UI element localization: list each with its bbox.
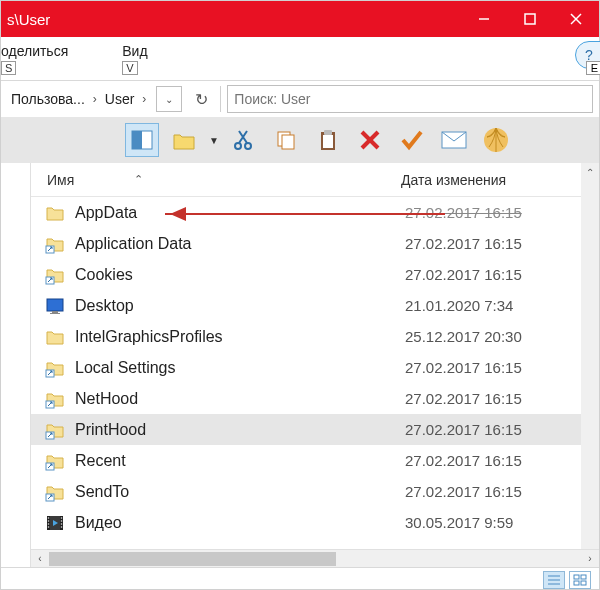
column-header-name[interactable]: Имя ⌃ <box>31 172 401 188</box>
sort-chevron-icon: ⌃ <box>134 173 143 186</box>
file-date: 21.01.2020 7:34 <box>405 297 599 314</box>
file-row[interactable]: Local Settings 27.02.2017 16:15 <box>31 352 599 383</box>
breadcrumb-item[interactable]: User <box>101 91 139 107</box>
address-dropdown[interactable]: ⌄ <box>156 86 182 112</box>
toolbar: ▼ <box>1 117 599 163</box>
divider <box>220 86 221 112</box>
svg-rect-44 <box>581 581 586 585</box>
titlebar: s\User <box>1 1 599 37</box>
shortcut-icon <box>45 265 65 285</box>
file-name: Видео <box>75 514 405 532</box>
search-box[interactable] <box>227 85 593 113</box>
preview-pane-button[interactable] <box>125 123 159 157</box>
file-row[interactable]: PrintHood 27.02.2017 16:15 <box>31 414 599 445</box>
tree-pane[interactable] <box>1 163 31 567</box>
svg-point-30 <box>48 517 50 519</box>
chevron-right-icon[interactable]: › <box>89 92 101 106</box>
column-header-label: Имя <box>47 172 74 188</box>
copy-button[interactable] <box>269 123 303 157</box>
scroll-track[interactable] <box>49 550 581 568</box>
file-name: PrintHood <box>75 421 405 439</box>
shell-button[interactable] <box>479 123 513 157</box>
shortcut-icon <box>45 234 65 254</box>
close-button[interactable] <box>553 1 599 37</box>
shortcut-icon <box>45 389 65 409</box>
address-row: Пользова... › User › ⌄ ↻ <box>1 81 599 117</box>
scroll-right-icon[interactable]: › <box>581 550 599 568</box>
chevron-right-icon[interactable]: › <box>138 92 150 106</box>
annotation-arrow <box>165 213 445 215</box>
refresh-button[interactable]: ↻ <box>188 86 214 112</box>
svg-point-35 <box>61 520 63 522</box>
explorer-window: s\User оделиться S Вид V ? Е Пользова...… <box>0 0 600 590</box>
svg-rect-12 <box>324 130 332 135</box>
help-hotkey: Е <box>586 61 600 75</box>
breadcrumb[interactable]: Пользова... › User › <box>7 91 150 107</box>
file-name: Desktop <box>75 297 405 315</box>
svg-point-36 <box>61 523 63 525</box>
content-area: Имя ⌃ Дата изменения AppData 27.02.2017 … <box>1 163 599 567</box>
folder-icon <box>45 327 65 347</box>
svg-point-34 <box>61 517 63 519</box>
file-date: 27.02.2017 16:15 <box>405 266 599 283</box>
svg-rect-11 <box>323 135 333 148</box>
view-details-button[interactable] <box>543 571 565 589</box>
file-name: SendTo <box>75 483 405 501</box>
file-row[interactable]: Desktop 21.01.2020 7:34 <box>31 290 599 321</box>
file-date: 27.02.2017 16:15 <box>405 390 599 407</box>
ribbon-tab-hotkey: V <box>122 61 137 75</box>
svg-rect-19 <box>47 299 63 311</box>
file-date: 27.02.2017 16:15 <box>405 235 599 252</box>
file-row[interactable]: Recent 27.02.2017 16:15 <box>31 445 599 476</box>
file-row[interactable]: NetHood 27.02.2017 16:15 <box>31 383 599 414</box>
mail-button[interactable] <box>437 123 471 157</box>
file-date: 27.02.2017 16:15 <box>405 359 599 376</box>
column-headers: Имя ⌃ Дата изменения <box>31 163 599 197</box>
window-title: s\User <box>1 11 461 28</box>
svg-rect-43 <box>574 581 579 585</box>
file-name: Local Settings <box>75 359 405 377</box>
ribbon-tab-view[interactable]: Вид V <box>122 41 161 59</box>
shortcut-icon <box>45 358 65 378</box>
delete-button[interactable] <box>353 123 387 157</box>
svg-rect-9 <box>282 135 294 149</box>
confirm-button[interactable] <box>395 123 429 157</box>
file-row[interactable]: Application Data 27.02.2017 16:15 <box>31 228 599 259</box>
file-rows: AppData 27.02.2017 16:15 Application Dat… <box>31 197 599 538</box>
file-row[interactable]: Cookies 27.02.2017 16:15 <box>31 259 599 290</box>
ribbon-tab-share[interactable]: оделиться S <box>1 41 82 59</box>
file-date: 27.02.2017 16:15 <box>405 452 599 469</box>
file-name: Recent <box>75 452 405 470</box>
view-icons-button[interactable] <box>569 571 591 589</box>
svg-point-31 <box>48 520 50 522</box>
status-bar <box>1 567 599 590</box>
breadcrumb-item[interactable]: Пользова... <box>7 91 89 107</box>
new-folder-button[interactable] <box>167 123 201 157</box>
ribbon-tab-hotkey: S <box>1 61 16 75</box>
file-row[interactable]: SendTo 27.02.2017 16:15 <box>31 476 599 507</box>
file-pane: Имя ⌃ Дата изменения AppData 27.02.2017 … <box>31 163 599 567</box>
dropdown-icon[interactable]: ▼ <box>209 135 219 146</box>
cut-button[interactable] <box>227 123 261 157</box>
scroll-thumb[interactable] <box>49 552 336 566</box>
minimize-button[interactable] <box>461 1 507 37</box>
svg-point-32 <box>48 523 50 525</box>
paste-button[interactable] <box>311 123 345 157</box>
file-name: Application Data <box>75 235 405 253</box>
horizontal-scrollbar[interactable]: ‹ › <box>31 549 599 567</box>
video-icon <box>45 513 65 533</box>
folder-icon <box>45 203 65 223</box>
column-header-date[interactable]: Дата изменения <box>401 172 599 188</box>
ribbon-tab-label: оделиться <box>1 43 68 59</box>
maximize-button[interactable] <box>507 1 553 37</box>
scroll-left-icon[interactable]: ‹ <box>31 550 49 568</box>
file-row[interactable]: Видео 30.05.2017 9:59 <box>31 507 599 538</box>
search-input[interactable] <box>234 91 586 107</box>
svg-point-33 <box>48 526 50 528</box>
file-name: IntelGraphicsProfiles <box>75 328 405 346</box>
vertical-scrollbar[interactable]: ⌃ <box>581 163 599 549</box>
scroll-up-icon[interactable]: ⌃ <box>581 163 599 181</box>
desktop-icon <box>45 296 65 316</box>
file-row[interactable]: IntelGraphicsProfiles 25.12.2017 20:30 <box>31 321 599 352</box>
svg-point-7 <box>245 143 251 149</box>
